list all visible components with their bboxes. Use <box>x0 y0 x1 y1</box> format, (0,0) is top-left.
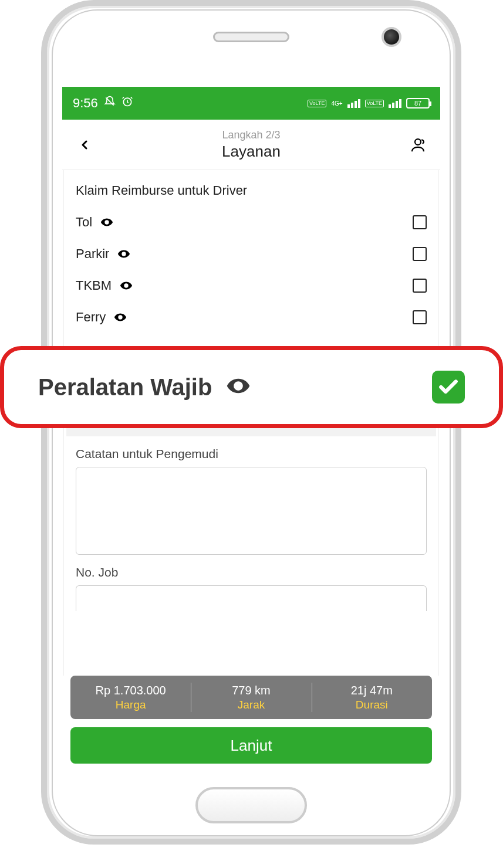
job-no-input[interactable] <box>76 585 427 611</box>
phone-home-button[interactable] <box>195 787 307 823</box>
reimburse-row-tol: Tol <box>66 206 436 238</box>
signal-bars-1 <box>347 99 360 108</box>
svg-point-5 <box>125 284 127 287</box>
svg-point-7 <box>237 384 241 388</box>
reimburse-label: TKBM <box>76 278 112 293</box>
phone-speaker <box>213 32 289 42</box>
checkbox-tol[interactable] <box>413 215 427 229</box>
reimburse-label: Ferry <box>76 310 106 325</box>
phone-camera <box>382 27 401 47</box>
summary-distance-value: 779 km <box>232 684 271 697</box>
reimburse-label: Parkir <box>76 246 109 262</box>
reimburse-row-tkbm: TKBM <box>66 270 436 301</box>
app-header: Langkah 2/3 Layanan <box>62 120 440 170</box>
summary-duration-value: 21j 47m <box>351 684 393 697</box>
checkbox-ferry[interactable] <box>413 310 427 324</box>
step-label: Langkah 2/3 <box>97 129 405 141</box>
driver-note-textarea[interactable] <box>76 467 427 555</box>
summary-distance-label: Jarak <box>238 699 265 711</box>
highlight-peralatan-wajib: Peralatan Wajib <box>0 346 503 428</box>
svg-point-6 <box>119 316 121 318</box>
reimburse-row-parkir: Parkir <box>66 238 436 270</box>
alarm-icon <box>121 96 133 111</box>
summary-price: Rp 1.703.000 Harga <box>70 676 191 719</box>
checkbox-parkir[interactable] <box>413 247 427 261</box>
status-time: 9:56 <box>73 96 98 111</box>
page-title: Layanan <box>97 143 405 161</box>
support-button[interactable] <box>405 136 431 154</box>
summary-duration-label: Durasi <box>356 699 388 711</box>
signal-bars-2 <box>389 99 401 108</box>
checkbox-tkbm[interactable] <box>413 279 427 293</box>
summary-price-label: Harga <box>116 699 146 711</box>
mute-icon <box>104 96 116 111</box>
summary-distance: 779 km Jarak <box>191 676 311 719</box>
reimburse-label: Tol <box>76 215 92 230</box>
eye-icon[interactable] <box>226 374 251 401</box>
eye-icon[interactable] <box>114 311 127 324</box>
summary-duration: 21j 47m Durasi <box>312 676 432 719</box>
status-bar: 9:56 VoLTE 4G+ VoLTE 87 <box>62 87 440 120</box>
eye-icon[interactable] <box>117 247 130 260</box>
svg-point-4 <box>123 253 126 255</box>
eye-icon[interactable] <box>120 279 133 292</box>
job-no-label: No. Job <box>66 555 436 585</box>
reimburse-row-ferry: Ferry <box>66 301 436 327</box>
driver-note-label: Catatan untuk Pengemudi <box>66 436 436 467</box>
highlight-label: Peralatan Wajib <box>38 374 212 401</box>
network-type: 4G+ <box>331 100 342 107</box>
checkbox-peralatan-wajib[interactable] <box>432 371 465 404</box>
reimburse-section-title: Klaim Reimburse untuk Driver <box>66 170 436 206</box>
back-button[interactable] <box>72 138 97 152</box>
eye-icon[interactable] <box>100 216 113 229</box>
continue-button[interactable]: Lanjut <box>70 727 432 764</box>
svg-point-2 <box>415 139 421 145</box>
summary-price-value: Rp 1.703.000 <box>96 684 166 697</box>
volte-badge-2: VoLTE <box>365 100 384 107</box>
volte-badge-1: VoLTE <box>308 100 326 107</box>
summary-bar: Rp 1.703.000 Harga 779 km Jarak 21j 47m … <box>70 676 432 719</box>
screen: 9:56 VoLTE 4G+ VoLTE 87 <box>62 87 440 771</box>
battery-icon: 87 <box>406 98 430 108</box>
bottom-bar: Rp 1.703.000 Harga 779 km Jarak 21j 47m … <box>62 676 440 771</box>
svg-point-3 <box>106 221 108 223</box>
